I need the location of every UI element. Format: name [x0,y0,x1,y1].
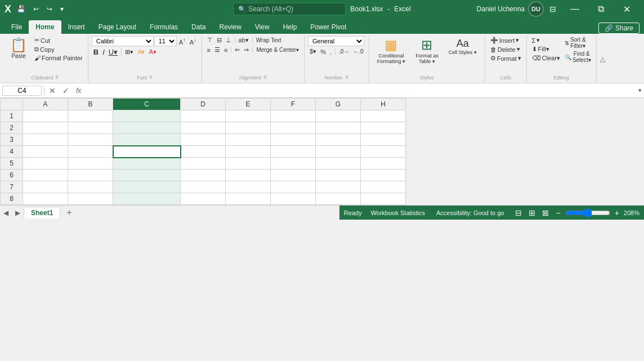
qat-customize-button[interactable]: ▾ [58,4,66,14]
formula-confirm-button[interactable]: ✓ [60,85,71,96]
cell-a7[interactable] [23,181,68,193]
cell-b4[interactable] [68,146,113,158]
zoom-slider[interactable] [565,208,610,217]
page-break-view-button[interactable]: ⊠ [540,207,551,219]
currency-button[interactable]: $▾ [308,47,318,56]
sort-filter-button[interactable]: ⇅ Sort &Filter▾ [563,36,593,50]
conditional-formatting-button[interactable]: ▦ ConditionalFormatting ▾ [373,36,410,66]
cell-h6[interactable] [361,170,406,181]
cell-h5[interactable] [361,158,406,170]
merge-center-button[interactable]: Merge & Center▾ [254,46,301,54]
cell-e4[interactable] [226,146,271,158]
number-expand-icon[interactable]: ⧖ [345,74,348,81]
cell-c5[interactable] [113,158,181,170]
number-format-select[interactable]: General [308,36,364,46]
alignment-expand-icon[interactable]: ⧖ [263,74,267,81]
cell-a1[interactable] [23,110,68,122]
cell-d3[interactable] [181,134,226,146]
sheet-next-button[interactable]: ▶ [12,208,24,218]
wrap-text-button[interactable]: Wrap Text [254,37,283,44]
insert-button[interactable]: ➕ Insert▾ [489,36,523,44]
bottom-align-button[interactable]: ⊥ [224,36,233,44]
cell-b8[interactable] [68,193,113,205]
find-select-button[interactable]: 🔍 Find &Select▾ [563,50,593,64]
cell-h8[interactable] [361,193,406,205]
font-name-select[interactable]: Calibri [92,36,154,46]
tab-power-pivot[interactable]: Power Pivot [303,20,353,34]
percent-button[interactable]: % [319,48,328,56]
cell-h2[interactable] [361,122,406,134]
user-avatar[interactable]: DU [528,1,544,17]
cell-a8[interactable] [23,193,68,205]
format-button[interactable]: ⚙ Format▾ [489,54,523,63]
cell-e3[interactable] [226,134,271,146]
restore-button[interactable]: ⧉ [588,0,614,18]
cell-b5[interactable] [68,158,113,170]
search-input[interactable] [248,5,333,13]
format-painter-button[interactable]: 🖌 Format Painter [33,54,84,62]
italic-button[interactable]: I [101,47,106,57]
cell-a3[interactable] [23,134,68,146]
cell-c7[interactable] [113,181,181,193]
comma-button[interactable]: , [328,48,333,56]
cell-c6[interactable] [113,170,181,181]
tab-help[interactable]: Help [276,20,304,34]
cut-button[interactable]: ✂ Cut [33,36,84,44]
row-header-5[interactable]: 5 [1,158,23,170]
cell-f4[interactable] [271,146,316,158]
row-header-6[interactable]: 6 [1,170,23,181]
autosum-button[interactable]: Σ▾ [530,36,562,44]
bold-button[interactable]: B [92,47,100,57]
search-box[interactable]: 🔍 [233,3,346,15]
top-align-button[interactable]: ⊤ [205,36,214,44]
cell-f8[interactable] [271,193,316,205]
qat-undo-button[interactable]: ↩ [31,4,41,14]
borders-button[interactable]: ⊞▾ [123,48,135,56]
cell-b7[interactable] [68,181,113,193]
cell-f6[interactable] [271,170,316,181]
clipboard-expand-icon[interactable]: ⧖ [55,74,59,81]
tab-file[interactable]: File [5,20,29,34]
row-header-2[interactable]: 2 [1,122,23,134]
cell-c1[interactable] [113,110,181,122]
cell-f7[interactable] [271,181,316,193]
cell-g2[interactable] [316,122,361,134]
cell-b6[interactable] [68,170,113,181]
cell-b2[interactable] [68,122,113,134]
cell-h4[interactable] [361,146,406,158]
cell-g3[interactable] [316,134,361,146]
sheet-tab-sheet1[interactable]: Sheet1 [24,207,60,219]
cell-d1[interactable] [181,110,226,122]
cell-f1[interactable] [271,110,316,122]
row-header-1[interactable]: 1 [1,110,23,122]
formula-input[interactable] [86,87,636,95]
cell-e2[interactable] [226,122,271,134]
cell-g6[interactable] [316,170,361,181]
cell-c8[interactable] [113,193,181,205]
increase-font-button[interactable]: A↑ [177,37,187,46]
cell-g8[interactable] [316,193,361,205]
col-header-e[interactable]: E [226,99,271,110]
cell-a6[interactable] [23,170,68,181]
cell-g1[interactable] [316,110,361,122]
copy-button[interactable]: ⧉ Copy [33,45,84,54]
right-align-button[interactable]: ≡ [222,46,229,54]
cell-e5[interactable] [226,158,271,170]
delete-button[interactable]: 🗑 Delete▾ [489,45,523,54]
page-layout-view-button[interactable]: ⊞ [526,207,538,219]
normal-view-button[interactable]: ⊟ [513,207,524,219]
orientation-button[interactable]: ab▾ [237,36,251,44]
row-header-3[interactable]: 3 [1,134,23,146]
cell-d6[interactable] [181,170,226,181]
zoom-out-button[interactable]: − [553,207,562,219]
collapse-ribbon-button[interactable]: △ [597,35,609,83]
font-size-select[interactable]: 11 [154,36,177,46]
cell-c2[interactable] [113,122,181,134]
cell-c4[interactable] [113,146,181,158]
cell-e6[interactable] [226,170,271,181]
paste-button[interactable]: 📋 Paste [6,36,32,61]
tab-data[interactable]: Data [185,20,212,34]
left-align-button[interactable]: ≡ [205,46,212,54]
tab-home[interactable]: Home [29,20,61,34]
cell-reference-input[interactable]: C4 [2,86,42,96]
